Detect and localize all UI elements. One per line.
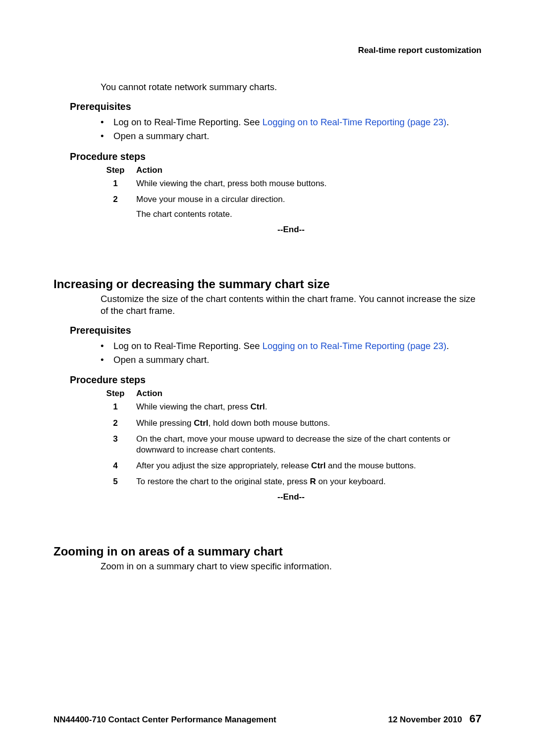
list-item: Open a summary chart. (101, 353, 482, 367)
action-column-header: Action (130, 389, 482, 399)
prerequisites-list: Log on to Real-Time Reporting. See Loggi… (101, 339, 482, 367)
list-item: Open a summary chart. (101, 129, 482, 143)
key-name: Ctrl (311, 461, 325, 470)
table-row: 4 After you adjust the size appropriatel… (101, 460, 482, 471)
step-column-header: Step (101, 389, 130, 399)
action-column-header: Action (130, 165, 482, 175)
section-body-text: Zoom in on a summary chart to view speci… (101, 560, 482, 572)
procedure-header-row: Step Action (101, 389, 482, 399)
step-text-pre: While viewing the chart, press (136, 402, 251, 411)
section-rotate-intro-block: You cannot rotate network summary charts… (54, 81, 482, 235)
list-item: Log on to Real-Time Reporting. See Loggi… (101, 115, 482, 129)
procedure-header-row: Step Action (101, 165, 482, 175)
key-name: R (310, 477, 316, 486)
table-row: 3 On the chart, move your mouse upward t… (101, 434, 482, 455)
list-item: Log on to Real-Time Reporting. See Loggi… (101, 339, 482, 353)
step-text-block: Move your mouse in a circular direction.… (130, 194, 482, 220)
step-text: Move your mouse in a circular direction. (136, 194, 482, 205)
step-text-post: , hold down both mouse buttons. (209, 418, 330, 428)
table-row: 1 While viewing the chart, press Ctrl. (101, 402, 482, 412)
intro-text: You cannot rotate network summary charts… (101, 81, 482, 93)
procedure-table: Step Action 1 While viewing the chart, p… (101, 165, 482, 235)
step-text: On the chart, move your mouse upward to … (130, 434, 482, 455)
section-body-text: Customize the size of the chart contents… (101, 293, 482, 317)
section-heading: Zooming in on areas of a summary chart (54, 545, 482, 558)
step-text: After you adjust the size appropriately,… (130, 460, 482, 471)
step-text-post: . (265, 402, 268, 411)
prereq-text-post: . (446, 341, 449, 351)
page-header-title: Real-time report customization (358, 46, 482, 55)
prerequisites-list: Log on to Real-Time Reporting. See Loggi… (101, 115, 482, 143)
section-heading: Increasing or decreasing the summary cha… (54, 277, 482, 291)
key-name: Ctrl (251, 402, 265, 411)
table-row: 5 To restore the chart to the original s… (101, 476, 482, 487)
procedure-steps-heading: Procedure steps (70, 151, 482, 162)
page-header: Real-time report customization (54, 46, 482, 55)
step-text: To restore the chart to the original sta… (130, 476, 482, 487)
cross-reference-link[interactable]: Logging on to Real-Time Reporting (page … (263, 341, 447, 351)
cross-reference-link[interactable]: Logging on to Real-Time Reporting (page … (263, 117, 447, 127)
step-number: 2 (101, 418, 130, 429)
page-footer: NN44400-710 Contact Center Performance M… (54, 712, 482, 725)
table-row: 2 While pressing Ctrl, hold down both mo… (101, 418, 482, 429)
step-text: While viewing the chart, press Ctrl. (130, 402, 482, 412)
step-text-pre: To restore the chart to the original sta… (136, 477, 310, 486)
end-marker: --End-- (101, 225, 482, 235)
step-text-post: and the mouse buttons. (325, 461, 416, 470)
step-number: 5 (101, 476, 130, 487)
step-text-post: on your keyboard. (316, 477, 386, 486)
key-name: Ctrl (194, 418, 208, 428)
end-marker: --End-- (101, 492, 482, 502)
step-text-pre: After you adjust the size appropriately,… (136, 461, 311, 470)
footer-right-block: 12 November 2010 67 (388, 712, 482, 725)
prereq-text: Open a summary chart. (113, 354, 209, 365)
step-text: While viewing the chart, press both mous… (130, 178, 482, 189)
step-text-pre: While pressing (136, 418, 194, 428)
footer-page-number: 67 (470, 712, 482, 725)
step-number: 1 (101, 402, 130, 412)
step-number: 2 (101, 194, 130, 220)
procedure-steps-heading: Procedure steps (70, 374, 482, 386)
step-column-header: Step (101, 165, 130, 175)
prereq-text-pre: Log on to Real-Time Reporting. See (113, 117, 263, 127)
prerequisites-heading: Prerequisites (70, 325, 482, 336)
footer-doc-id: NN44400-710 Contact Center Performance M… (54, 715, 276, 725)
step-text: While pressing Ctrl, hold down both mous… (130, 418, 482, 429)
step-subtext: The chart contents rotate. (136, 209, 482, 220)
step-number: 4 (101, 460, 130, 471)
prereq-text-post: . (446, 117, 449, 127)
table-row: 2 Move your mouse in a circular directio… (101, 194, 482, 220)
procedure-table: Step Action 1 While viewing the chart, p… (101, 389, 482, 502)
step-number: 3 (101, 434, 130, 455)
step-number: 1 (101, 178, 130, 189)
table-row: 1 While viewing the chart, press both mo… (101, 178, 482, 189)
prerequisites-heading: Prerequisites (70, 101, 482, 112)
prereq-text: Open a summary chart. (113, 131, 209, 141)
prereq-text-pre: Log on to Real-Time Reporting. See (113, 341, 263, 351)
footer-date: 12 November 2010 (388, 715, 462, 724)
